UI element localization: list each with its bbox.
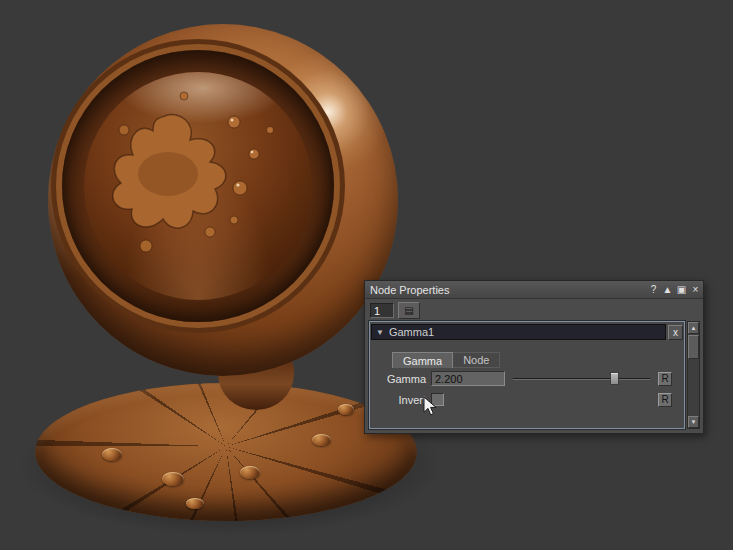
node-properties-panel: Node Properties ? ▲ ▣ × 1 ▤ ▼ Gamma1 x G… [364, 280, 704, 434]
vertical-scrollbar[interactable]: ▲ ▼ [687, 321, 700, 429]
tab-gamma[interactable]: Gamma [392, 352, 453, 368]
node-rollout-header[interactable]: ▼ Gamma1 [371, 324, 666, 340]
scroll-up-icon[interactable]: ▲ [688, 322, 699, 334]
chevron-down-icon[interactable]: ▼ [376, 328, 384, 337]
app-viewport: Node Properties ? ▲ ▣ × 1 ▤ ▼ Gamma1 x G… [0, 0, 733, 550]
panel-titlebar[interactable]: Node Properties ? ▲ ▣ × [365, 281, 703, 299]
node-name-label: Gamma1 [389, 326, 434, 338]
float-icon[interactable]: ▣ [675, 283, 688, 296]
water-droplet [338, 404, 354, 415]
node-count-field[interactable]: 1 [370, 303, 394, 318]
water-droplet [162, 472, 184, 486]
shaderball-base-disc [35, 383, 417, 521]
water-droplet [240, 466, 260, 479]
node-close-button[interactable]: x [668, 325, 683, 340]
node-list-icon: ▤ [404, 305, 413, 316]
rollup-icon[interactable]: ▲ [661, 283, 674, 296]
gamma-slider-track[interactable] [513, 378, 650, 380]
tab-node[interactable]: Node [453, 352, 500, 368]
water-droplet [102, 448, 122, 461]
node-rollout-group: ▼ Gamma1 x Gamma Node Gamma 2.200 R Inve [369, 321, 685, 429]
help-icon[interactable]: ? [647, 283, 660, 296]
invert-label: Invert [370, 394, 426, 406]
scrollbar-thumb[interactable] [688, 335, 699, 359]
gamma-param-row: Gamma 2.200 R [370, 368, 684, 389]
mouse-cursor [423, 396, 439, 419]
water-droplet [312, 434, 331, 446]
invert-reset-button[interactable]: R [658, 393, 672, 407]
invert-param-row: Invert R [370, 389, 684, 410]
gamma-slider-handle[interactable] [610, 372, 619, 385]
gamma-value-field[interactable]: 2.200 [431, 371, 505, 386]
paint-splat-decal [84, 72, 312, 300]
scroll-down-icon[interactable]: ▼ [688, 416, 699, 428]
panel-title: Node Properties [365, 284, 647, 296]
close-icon[interactable]: × [689, 283, 702, 296]
node-list-button[interactable]: ▤ [398, 302, 420, 319]
gamma-label: Gamma [370, 373, 426, 385]
water-droplet [186, 498, 204, 509]
gamma-reset-button[interactable]: R [658, 372, 672, 386]
gamma-slider[interactable] [513, 371, 650, 386]
